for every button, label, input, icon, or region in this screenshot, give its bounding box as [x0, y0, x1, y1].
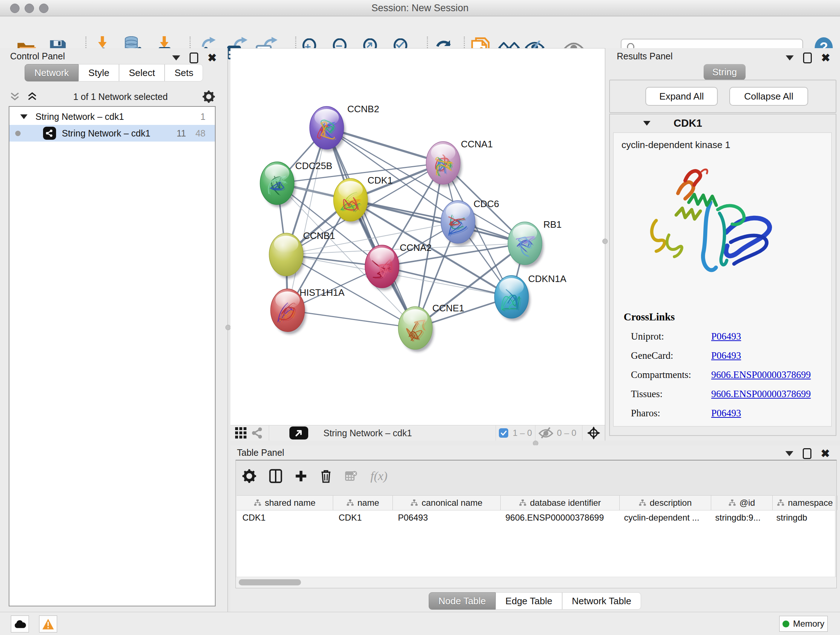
- cloud-status-button[interactable]: [11, 616, 29, 632]
- network-node-ccnb2[interactable]: CCNB2: [309, 103, 379, 152]
- column-header-canonical-name[interactable]: canonical name: [393, 496, 501, 510]
- main-toolbar: + −: [0, 16, 840, 49]
- crosslink-link[interactable]: 9606.ENSP00000378699: [711, 388, 811, 400]
- float-panel-icon[interactable]: [803, 448, 812, 459]
- network-node-hist1h1a[interactable]: HIST1H1A: [271, 287, 345, 334]
- entry-expander-icon[interactable]: [643, 121, 651, 126]
- tab-edge-table[interactable]: Edge Table: [496, 592, 562, 610]
- node-label: HIST1H1A: [300, 287, 345, 298]
- table-cell[interactable]: CDK1: [333, 510, 392, 525]
- close-panel-icon[interactable]: ✖: [821, 449, 830, 458]
- table-cell[interactable]: stringdb:9...: [709, 510, 771, 525]
- column-header-shared-name[interactable]: shared name: [237, 496, 333, 510]
- collapse-panel-icon[interactable]: [786, 55, 794, 60]
- node-table[interactable]: shared namenamecanonical namedatabase id…: [237, 495, 835, 577]
- node-label: CCNA2: [400, 242, 431, 253]
- node-gloss: [338, 181, 363, 198]
- collapse-all-button[interactable]: Collapse All: [729, 87, 808, 106]
- node-label: CDKN1A: [528, 273, 567, 284]
- tab-network-table[interactable]: Network Table: [562, 592, 641, 610]
- tab-string[interactable]: String: [704, 64, 745, 80]
- table-cell[interactable]: cyclin-dependent ...: [618, 510, 709, 525]
- protein-entry-header[interactable]: CDK1: [610, 114, 836, 132]
- selected-nodes-checkbox[interactable]: [499, 428, 508, 438]
- crosslinks-section: CrossLinks Uniprot:P06493GeneCard:P06493…: [614, 311, 831, 419]
- column-header-description[interactable]: description: [620, 496, 711, 510]
- table-cell[interactable]: CDK1: [237, 510, 333, 525]
- network-node-cdc25b[interactable]: CDC25B: [260, 160, 332, 207]
- add-column-icon[interactable]: [295, 470, 307, 482]
- network-node-ccne1[interactable]: CCNE1: [398, 302, 464, 352]
- string-network-graph[interactable]: CCNB2CCNA1CDC25BCDK1CDC6RB1CCNB1CCNA2CDK…: [231, 49, 605, 425]
- birds-eye-view-button[interactable]: [585, 426, 602, 440]
- collapse-panel-icon[interactable]: [172, 55, 180, 60]
- network-node-cdc6[interactable]: CDC6: [441, 198, 499, 246]
- scrollbar-thumb[interactable]: [239, 579, 301, 585]
- network-node-cdk1[interactable]: CDK1: [333, 175, 393, 224]
- node-label: CDC25B: [295, 160, 332, 171]
- hidden-items-indicator: [538, 427, 554, 439]
- window-title: Session: New Session: [0, 0, 840, 16]
- network-edge[interactable]: [287, 310, 415, 328]
- selected-count: 1 – 0: [513, 428, 532, 438]
- column-type-icon: [519, 499, 526, 507]
- table-options-gear-icon[interactable]: [242, 469, 256, 483]
- network-node-rb1[interactable]: RB1: [508, 219, 562, 267]
- float-panel-icon[interactable]: [189, 52, 198, 63]
- network-edge-count: 48: [195, 128, 205, 139]
- delete-column-icon[interactable]: [320, 469, 332, 483]
- network-node-cdkn1a[interactable]: CDKN1A: [494, 273, 567, 321]
- column-header-label: database identifier: [530, 498, 601, 508]
- collection-expander-icon[interactable]: [20, 114, 27, 119]
- column-header-label: description: [650, 498, 692, 508]
- table-panel: Table Panel ✖ f(x) shared namenamecanoni…: [231, 445, 840, 612]
- collapse-all-networks-icon[interactable]: [26, 92, 38, 102]
- network-row[interactable]: String Network – cdk1 11 48: [9, 125, 215, 141]
- network-edge[interactable]: [287, 128, 327, 310]
- network-collection-row[interactable]: String Network – cdk1 1: [9, 108, 215, 125]
- crosslink-row: GeneCard:P06493: [614, 350, 831, 361]
- crosslink-link[interactable]: 9606.ENSP00000378699: [711, 369, 811, 380]
- column-header-database-identifier[interactable]: database identifier: [501, 496, 620, 510]
- tab-network[interactable]: Network: [25, 64, 79, 81]
- column-header-namespace[interactable]: namespace: [773, 496, 837, 510]
- table-cell[interactable]: 9606.ENSP00000378699: [500, 510, 618, 525]
- tab-select[interactable]: Select: [119, 64, 164, 81]
- warnings-button[interactable]: [39, 616, 57, 632]
- close-panel-icon[interactable]: ✖: [208, 54, 217, 62]
- network-node-ccnb1[interactable]: CCNB1: [269, 230, 335, 279]
- collapse-panel-icon[interactable]: [785, 451, 793, 456]
- crosslink-link[interactable]: P06493: [711, 408, 741, 419]
- network-view-canvas[interactable]: CCNB2CCNA1CDC25BCDK1CDC6RB1CCNB1CCNA2CDK…: [231, 48, 605, 425]
- column-header-name[interactable]: name: [333, 496, 393, 510]
- table-horizontal-scrollbar[interactable]: [236, 577, 836, 588]
- column-header-@id[interactable]: @id: [711, 496, 773, 510]
- vertical-splitter-handle[interactable]: [225, 325, 231, 330]
- network-edge[interactable]: [327, 128, 415, 328]
- table-cell[interactable]: stringdb: [771, 510, 835, 525]
- column-type-icon: [777, 499, 784, 507]
- network-edge[interactable]: [382, 266, 512, 297]
- node-label: RB1: [543, 219, 562, 230]
- expand-all-button[interactable]: Expand All: [645, 87, 718, 106]
- float-panel-icon[interactable]: [803, 52, 812, 63]
- crosslink-link[interactable]: P06493: [711, 350, 741, 361]
- table-cell[interactable]: P06493: [392, 510, 500, 525]
- show-columns-icon[interactable]: [269, 469, 282, 483]
- network-options-gear-icon[interactable]: [202, 90, 215, 103]
- tab-node-table[interactable]: Node Table: [429, 592, 496, 610]
- grid-view-button[interactable]: [233, 426, 249, 440]
- detach-view-button[interactable]: [289, 426, 308, 440]
- tab-style[interactable]: Style: [79, 64, 119, 81]
- close-panel-icon[interactable]: ✖: [821, 54, 830, 62]
- tab-sets[interactable]: Sets: [164, 64, 203, 81]
- crosslink-link[interactable]: P06493: [711, 331, 741, 342]
- network-overview-button[interactable]: [249, 426, 266, 440]
- crosslink-row: Compartments:9606.ENSP00000378699: [614, 369, 831, 380]
- horizontal-splitter[interactable]: [231, 440, 840, 445]
- expand-all-networks-icon[interactable]: [9, 92, 21, 102]
- memory-button[interactable]: Memory: [779, 616, 828, 632]
- vertical-splitter-handle[interactable]: [602, 239, 608, 244]
- crosslinks-rows: Uniprot:P06493GeneCard:P06493Compartment…: [614, 331, 831, 419]
- table-row[interactable]: CDK1CDK1P064939606.ENSP00000378699cyclin…: [237, 510, 835, 525]
